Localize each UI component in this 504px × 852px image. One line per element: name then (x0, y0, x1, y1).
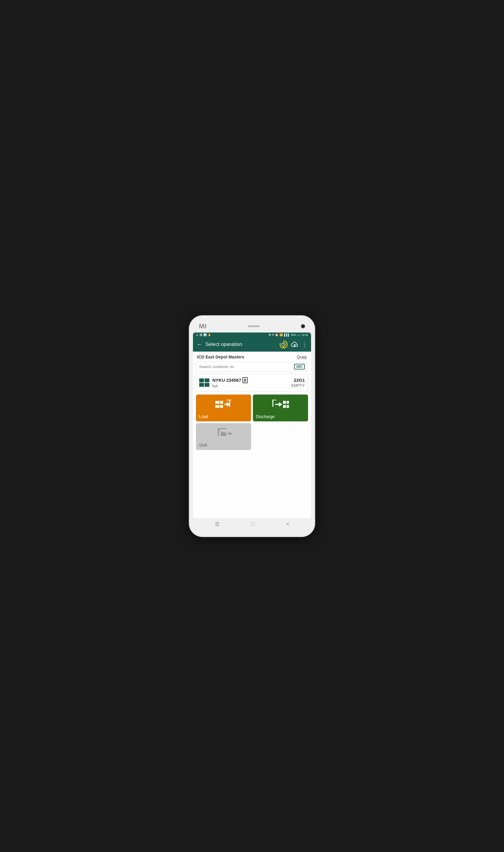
shift-icon (196, 425, 251, 440)
shift-button[interactable]: Shift (196, 423, 251, 450)
status-left-icons: ◎ 🖼 📊 ✋ (196, 333, 211, 337)
container-check-digit: 8 (242, 377, 248, 383)
svg-rect-21 (287, 405, 289, 408)
container-number-text: NYKU 234567 (212, 378, 241, 383)
grid-cell-4 (204, 383, 209, 387)
signal-icon: ▌▌▌ (284, 333, 290, 337)
svg-marker-26 (227, 432, 232, 435)
grid-cell-2 (204, 378, 209, 382)
phone-speaker (248, 325, 260, 327)
scan-label: ABC (296, 365, 303, 368)
status-right-icons: ✱ N ⏰ 📶 ▌▌▌ 68% ▭ 12:30 (269, 333, 308, 337)
load-button[interactable]: Load (196, 395, 251, 421)
container-specs: 22G1 EMPTY (291, 378, 305, 388)
svg-rect-7 (215, 405, 219, 408)
content-inner: ICD East Depot Masters Quay ABC (193, 351, 311, 452)
wifi-icon: 📶 (280, 333, 283, 337)
container-type-icon (199, 378, 209, 387)
clock-time: 12:30 (301, 333, 308, 337)
shift-label: Shift (199, 443, 207, 448)
svg-rect-6 (215, 401, 219, 404)
grid-cell-3 (199, 383, 204, 387)
cloud-icon[interactable] (291, 341, 299, 348)
hand-icon: ✋ (208, 333, 211, 337)
battery-icon: ▭ (297, 333, 300, 337)
svg-marker-17 (275, 402, 283, 407)
container-number: NYKU 234567 8 (212, 377, 288, 383)
location-icon: ◎ (196, 333, 198, 337)
scan-icon[interactable]: ABC (294, 364, 305, 369)
operations-grid: Load (193, 395, 311, 452)
grid-cell-1 (199, 378, 204, 382)
app-bar-title: Select operation (205, 342, 276, 347)
depot-header: ICD East Depot Masters Quay (193, 351, 311, 362)
load-icon (196, 397, 251, 412)
more-options-button[interactable]: ⋮ (302, 341, 307, 348)
svg-rect-23 (218, 428, 227, 429)
phone-top-bar: MI (193, 321, 311, 332)
nav-home-button[interactable]: □ (251, 521, 254, 527)
svg-rect-20 (287, 401, 289, 404)
back-button[interactable]: ← (197, 341, 202, 348)
discharge-icon (253, 397, 308, 412)
gallery-icon: 🖼 (199, 333, 202, 337)
phone-bottom-nav: ☰ □ < (193, 518, 311, 531)
app-bar-actions: ⋮ (280, 340, 307, 349)
nav-menu-button[interactable]: ☰ (215, 521, 219, 528)
discharge-label: Discharge (256, 414, 275, 419)
depot-type: Quay (297, 355, 307, 359)
container-line: NA (212, 384, 288, 388)
status-bar: ◎ 🖼 📊 ✋ ✱ N ⏰ 📶 ▌▌▌ 68% ▭ 12:30 (193, 332, 311, 337)
svg-point-4 (283, 346, 284, 347)
timer-icon[interactable] (280, 340, 288, 349)
svg-rect-18 (283, 401, 286, 404)
nav-back-button[interactable]: < (286, 521, 289, 527)
app-bar: ← Select operation ⋮ (193, 337, 311, 351)
container-info: NYKU 234567 8 NA (212, 377, 288, 388)
svg-rect-25 (221, 432, 226, 436)
svg-rect-19 (283, 405, 286, 408)
phone-device: MI ◎ 🖼 📊 ✋ ✱ N ⏰ 📶 ▌▌▌ 68% ▭ 12:30 (190, 316, 314, 537)
phone-camera (301, 324, 305, 328)
search-bar[interactable]: ABC (196, 362, 308, 371)
chart-icon: 📊 (203, 333, 207, 337)
alarm-icon: ⏰ (275, 333, 278, 337)
phone-screen: ◎ 🖼 📊 ✋ ✱ N ⏰ 📶 ▌▌▌ 68% ▭ 12:30 ← Select… (193, 332, 311, 518)
container-size-type: 22G1 (291, 378, 305, 383)
content-area: ICD East Depot Masters Quay ABC (193, 351, 311, 518)
battery-percent: 68% (291, 333, 296, 337)
phone-logo: MI (199, 322, 207, 330)
container-card[interactable]: NYKU 234567 8 NA 22G1 EMPTY (196, 374, 308, 392)
discharge-button[interactable]: Discharge (253, 395, 308, 421)
svg-rect-9 (220, 405, 223, 408)
svg-rect-15 (272, 400, 276, 400)
search-input[interactable] (199, 364, 294, 369)
bluetooth-icon: ✱ (269, 333, 271, 337)
load-label: Load (199, 414, 208, 419)
svg-rect-8 (220, 401, 223, 404)
nfc-icon: N (272, 333, 274, 336)
depot-name: ICD East Depot Masters (197, 355, 244, 359)
container-status: EMPTY (291, 383, 305, 388)
svg-rect-12 (227, 400, 231, 400)
